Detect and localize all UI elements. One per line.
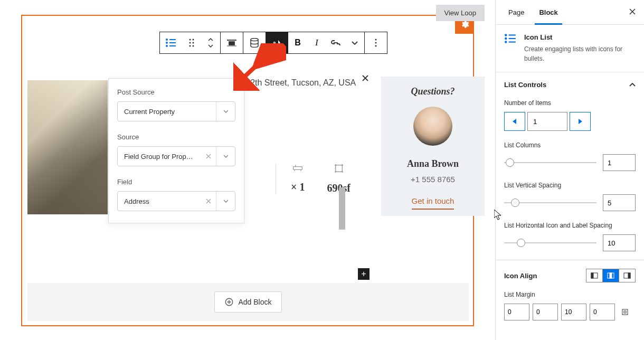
- tab-page[interactable]: Page: [504, 0, 528, 24]
- svg-text:a: a: [273, 40, 276, 46]
- svg-point-12: [190, 42, 191, 44]
- svg-point-13: [193, 42, 194, 44]
- area-icon: [334, 164, 344, 175]
- toolbar-link-button[interactable]: [326, 32, 345, 53]
- margin-right-input[interactable]: [533, 304, 558, 320]
- agent-card-title: Questions?: [387, 86, 478, 97]
- align-right-button[interactable]: [619, 269, 636, 282]
- post-source-select[interactable]: Current Property: [117, 101, 235, 121]
- tab-block[interactable]: Block: [535, 0, 562, 24]
- chevron-down-icon: [216, 147, 235, 166]
- hspace-slider[interactable]: [504, 239, 596, 247]
- field-value: Address: [118, 197, 201, 205]
- svg-rect-35: [610, 273, 612, 278]
- toolbar-italic-button[interactable]: I: [307, 32, 326, 53]
- view-loop-button[interactable]: View Loop: [436, 5, 485, 21]
- toolbar-drag-button[interactable]: [182, 32, 201, 53]
- svg-point-19: [251, 39, 258, 41]
- source-value: Field Group for Propert...: [118, 153, 201, 160]
- svg-point-14: [190, 45, 191, 47]
- close-sidebar-button[interactable]: [629, 8, 636, 16]
- field-select[interactable]: Address: [117, 191, 235, 211]
- columns-input[interactable]: [603, 154, 636, 171]
- add-block-button[interactable]: Add Block: [214, 291, 281, 313]
- num-items-input[interactable]: [527, 112, 567, 131]
- vspace-slider[interactable]: [504, 199, 596, 207]
- panel-title: List Controls: [504, 81, 546, 89]
- svg-point-30: [505, 41, 507, 43]
- property-image: [27, 80, 108, 214]
- agent-name: Anna Brown: [387, 158, 478, 169]
- num-items-label: Number of Items: [504, 99, 636, 107]
- svg-point-10: [190, 39, 191, 41]
- svg-point-26: [505, 34, 507, 36]
- iconlist-icon: [504, 33, 517, 63]
- agent-card: Questions? Anna Brown +1 555 8765 Get in…: [381, 77, 485, 216]
- svg-point-23: [375, 42, 377, 44]
- svg-rect-2: [335, 165, 342, 172]
- agent-avatar: [413, 107, 452, 146]
- chevron-down-icon: [216, 102, 235, 121]
- add-block-label: Add Block: [238, 298, 271, 306]
- chevron-up-icon: [629, 83, 636, 87]
- svg-rect-17: [229, 42, 234, 45]
- svg-rect-1: [293, 167, 302, 170]
- toolbar-data-button[interactable]: [243, 32, 266, 53]
- clear-icon[interactable]: [201, 154, 216, 159]
- hspace-label: List Horizontal Icon and Label Spacing: [504, 222, 636, 229]
- svg-point-6: [166, 42, 168, 44]
- close-icon[interactable]: [360, 73, 371, 83]
- bath-icon: [292, 164, 303, 174]
- block-description: Create engaging lists with icons for bul…: [524, 44, 636, 63]
- margin-label: List Margin: [504, 291, 636, 298]
- block-title: Icon List: [524, 33, 636, 41]
- svg-point-11: [193, 39, 194, 41]
- field-label: Field: [117, 178, 235, 186]
- list-controls-toggle[interactable]: List Controls: [504, 81, 636, 89]
- margin-bottom-input[interactable]: [561, 304, 586, 320]
- toolbar-dynamic-button[interactable]: a: [266, 32, 288, 53]
- agent-cta-link[interactable]: Get in touch: [412, 196, 454, 210]
- cursor-icon: [494, 210, 501, 220]
- post-source-value: Current Property: [118, 108, 216, 116]
- svg-rect-39: [624, 311, 626, 313]
- svg-point-24: [375, 45, 377, 47]
- margin-left-input[interactable]: [590, 304, 615, 320]
- vspace-input[interactable]: [603, 194, 636, 211]
- svg-rect-38: [622, 309, 628, 315]
- increment-button[interactable]: [570, 112, 591, 131]
- toolbar-more-button[interactable]: [345, 32, 364, 53]
- toolbar-move-button[interactable]: [201, 32, 220, 53]
- toolbar-align-button[interactable]: [221, 32, 243, 53]
- source-label: Source: [117, 133, 235, 141]
- add-block-bar: Add Block: [27, 283, 469, 321]
- clear-icon[interactable]: [201, 199, 216, 204]
- svg-point-22: [375, 39, 377, 41]
- columns-slider[interactable]: [504, 158, 596, 167]
- svg-rect-37: [628, 273, 630, 278]
- align-center-button[interactable]: [602, 269, 619, 282]
- post-source-label: Post Source: [117, 88, 235, 96]
- chevron-down-icon: [216, 192, 235, 211]
- toolbar-iconlist-button[interactable]: [160, 32, 182, 53]
- stat-baths: × 1: [291, 181, 305, 193]
- editor-canvas: Tucson, East 12th Street, Tucson, AZ, US…: [21, 15, 474, 326]
- block-toolbar: a B I: [159, 32, 387, 54]
- svg-point-8: [166, 45, 168, 47]
- add-block-inline[interactable]: +: [358, 268, 370, 280]
- close-icon: [629, 8, 636, 15]
- toolbar-bold-button[interactable]: B: [288, 32, 307, 53]
- source-select[interactable]: Field Group for Propert...: [117, 146, 235, 166]
- svg-point-4: [166, 39, 168, 41]
- vspace-label: List Vertical Spacing: [504, 182, 636, 189]
- icon-align-label: Icon Align: [504, 272, 537, 280]
- decrement-button[interactable]: [504, 112, 525, 131]
- settings-sidebar: Page Block Icon List Create engaging lis…: [495, 0, 644, 340]
- align-left-button[interactable]: [586, 269, 603, 282]
- toolbar-options-button[interactable]: [365, 32, 387, 53]
- link-margins-button[interactable]: [618, 305, 632, 319]
- hspace-input[interactable]: [603, 234, 636, 251]
- margin-top-input[interactable]: [504, 304, 529, 320]
- scrollbar-thumb[interactable]: [339, 187, 345, 230]
- agent-phone: +1 555 8765: [387, 175, 478, 184]
